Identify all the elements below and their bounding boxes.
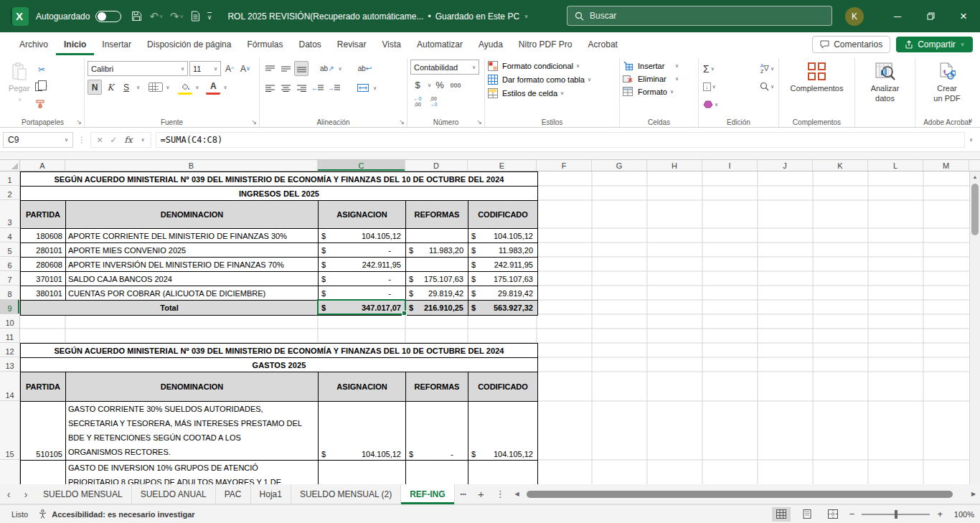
addins-button[interactable]: Complementos (782, 60, 852, 97)
insert-function-icon[interactable]: fx (124, 135, 132, 145)
fill-button[interactable]: ↓∨ (702, 79, 717, 94)
col-header-B[interactable]: B (65, 160, 318, 171)
header-partida[interactable]: PARTIDA (21, 201, 66, 229)
comma-style-button[interactable]: 000 (448, 77, 463, 93)
cell-styles-button[interactable]: Estilos de celda ∨ (488, 88, 616, 98)
accounting-format-button[interactable]: $ (410, 77, 425, 93)
cell-B15[interactable]: GASTO CORRIENTE 30% SUELDOS AUTORIDADES,… (66, 402, 319, 461)
cell-A4[interactable]: 180608 (21, 229, 66, 243)
cell-A6[interactable]: 280608 (21, 258, 66, 272)
align-bottom-icon[interactable] (294, 61, 308, 76)
decrease-decimal-button[interactable]: ,00→0 (426, 94, 440, 109)
cell-C4[interactable]: $104.105,12 (319, 229, 406, 243)
title-dropdown-icon[interactable]: ∨ (524, 14, 528, 19)
document-title[interactable]: ROL 2025 REVISIÓN(Recuperado automáticam… (227, 11, 528, 22)
row-header-10[interactable]: 10 (0, 314, 19, 329)
cells-region[interactable]: SEGÚN ACUERDO MINISTERIAL Nº 039 DEL MIN… (20, 171, 969, 484)
normal-view-icon[interactable] (772, 507, 791, 522)
tab-vista[interactable]: Vista (374, 34, 409, 55)
accounting-dropdown-icon[interactable]: ∨ (428, 83, 431, 88)
col-header-D[interactable]: D (405, 160, 468, 171)
row-header-14[interactable]: 14 (0, 372, 19, 401)
borders-dropdown-icon[interactable]: ∨ (166, 85, 169, 90)
restore-button[interactable] (914, 0, 947, 32)
merge-center-button[interactable] (356, 80, 370, 95)
underline-dropdown-icon[interactable]: ∨ (136, 85, 140, 90)
cell-D16[interactable] (406, 461, 468, 484)
expand-formula-bar-icon[interactable]: ∨ (969, 137, 973, 143)
search-input[interactable] (590, 11, 824, 21)
zoom-out-icon[interactable]: − (849, 509, 855, 519)
bold-button[interactable]: N (88, 80, 102, 95)
gastos-title-cell[interactable]: SEGÚN ACUERDO MINISTERIAL Nº 039 DEL MIN… (21, 344, 537, 358)
cell-B8[interactable]: CUENTAS POR COBRAR (ALICUOTA DE DICIEMBR… (66, 286, 319, 301)
row-header-3[interactable]: 3 (0, 200, 19, 228)
paste-button[interactable]: Pegar ∨ (4, 60, 34, 111)
gastos-header-denominacion[interactable]: DENOMINACION (66, 372, 319, 402)
redo-icon[interactable]: ↷∨ (170, 10, 184, 23)
align-center-icon[interactable] (278, 80, 293, 95)
cell-D9[interactable]: $216.910,25 (406, 301, 468, 315)
scroll-up-icon[interactable]: ▲ (970, 171, 980, 182)
comments-button[interactable]: Comentarios (812, 36, 890, 53)
row-header-9[interactable]: 9 (0, 300, 19, 314)
excel-logo-icon[interactable]: X (10, 7, 29, 26)
fill-color-button[interactable] (178, 80, 192, 95)
autosave-control[interactable]: Autoguardado (36, 11, 121, 22)
tab-automatizar[interactable]: Automatizar (409, 34, 471, 55)
cell-C9-selected[interactable]: $347.017,07 (319, 301, 406, 315)
sheet-tab-sueldo-mensual-2[interactable]: SUELDO MENSUAL (2) (291, 484, 401, 504)
vertical-scrollbar[interactable]: ▲ (969, 171, 980, 484)
borders-button[interactable] (149, 83, 163, 92)
tab-formulas[interactable]: Fórmulas (239, 34, 291, 55)
share-button[interactable]: Compartir ∨ (896, 37, 973, 52)
horizontal-scroll-thumb[interactable] (527, 491, 953, 498)
row-header-1[interactable]: 1 (0, 171, 19, 186)
font-name-combo[interactable]: Calibri∨ (88, 61, 188, 76)
cancel-icon[interactable]: × (97, 134, 103, 146)
sheet-prev-icon[interactable]: ‹ (0, 489, 17, 500)
scroll-right-icon[interactable]: ▶ (969, 491, 979, 497)
add-sheet-icon[interactable]: + (472, 488, 490, 500)
gastos-subtitle-cell[interactable]: GASTOS 2025 (21, 358, 537, 372)
cell-E8[interactable]: $29.819,42 (468, 286, 537, 301)
increase-indent-icon[interactable]: → (326, 80, 341, 95)
tab-inicio[interactable]: Inicio (56, 34, 94, 55)
cell-B5[interactable]: APORTE MIES CONVENIO 2025 (66, 243, 319, 258)
function-dropdown-icon[interactable]: ∨ (141, 137, 144, 143)
horizontal-scroll-track[interactable] (522, 490, 969, 499)
row-header-5[interactable]: 5 (0, 242, 19, 257)
analyze-data-button[interactable]: Analizardatos (858, 60, 912, 107)
gastos-header-asignacion[interactable]: ASIGNACION (319, 372, 406, 402)
align-middle-icon[interactable] (278, 61, 293, 76)
cell-E4[interactable]: $104.105,12 (468, 229, 537, 243)
font-dialog-launcher[interactable]: ↘ (251, 118, 257, 126)
font-size-combo[interactable]: 11∨ (189, 61, 221, 76)
collapse-ribbon-icon[interactable]: ∨ (968, 117, 973, 124)
col-header-C[interactable]: C (318, 160, 405, 171)
row-header-16[interactable] (0, 460, 19, 484)
row-header-4[interactable]: 4 (0, 228, 19, 242)
avatar[interactable]: K (845, 7, 864, 26)
cell-E9[interactable]: $563.927,32 (468, 301, 537, 315)
number-dialog-launcher[interactable]: ↘ (476, 118, 482, 126)
row-header-11[interactable]: 11 (0, 329, 19, 343)
row-header-13[interactable]: 13 (0, 357, 19, 372)
gastos-header-partida[interactable]: PARTIDA (21, 372, 66, 402)
save-icon[interactable] (131, 11, 142, 22)
accessibility-status[interactable]: Accesibilidad: es necesario investigar (38, 509, 194, 519)
number-format-combo[interactable]: Contabilidad∨ (410, 60, 479, 75)
cell-D8[interactable]: $29.819,42 (406, 286, 468, 301)
mode-indicator[interactable]: Listo (0, 510, 38, 519)
document-icon[interactable] (191, 11, 200, 22)
row-header-8[interactable]: 8 (0, 286, 19, 300)
font-color-dropdown-icon[interactable]: ∨ (223, 85, 227, 90)
col-header-F[interactable]: F (537, 160, 592, 171)
copy-icon[interactable]: ∨ (34, 79, 49, 94)
cell-A15[interactable]: 510105 (21, 402, 66, 461)
cell-A8[interactable]: 380101 (21, 286, 66, 301)
scroll-left-icon[interactable]: ◀ (512, 491, 522, 497)
tab-disposicion[interactable]: Disposición de página (139, 34, 239, 55)
col-header-G[interactable]: G (592, 160, 647, 171)
row-header-2[interactable]: 2 (0, 186, 19, 200)
